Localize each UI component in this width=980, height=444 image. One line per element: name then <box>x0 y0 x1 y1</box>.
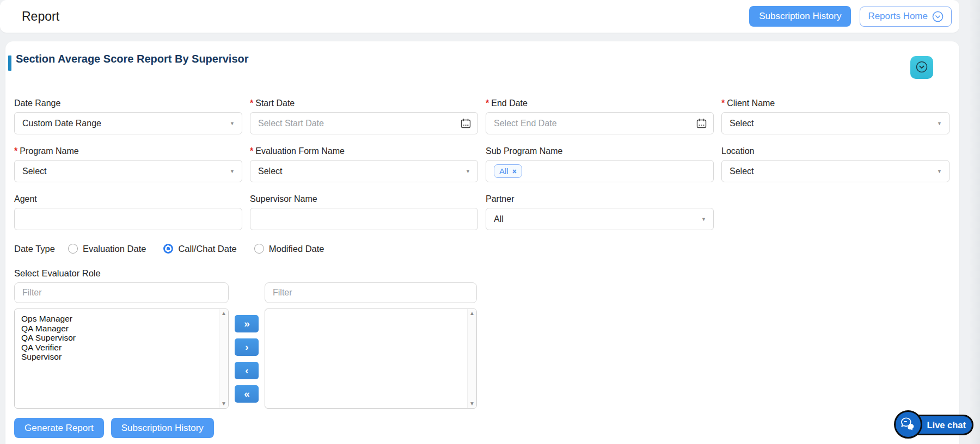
collapse-section-button[interactable] <box>910 56 933 79</box>
form-row-3: Agent Supervisor Name Partner All ▼ <box>14 194 951 230</box>
required-mark: * <box>486 98 489 108</box>
date-range-select[interactable]: Custom Date Range ▼ <box>14 112 242 134</box>
move-right-button[interactable]: › <box>235 338 259 356</box>
field-client-name: * Client Name Select ▼ <box>721 98 950 134</box>
field-end-date: * End Date <box>486 98 714 134</box>
sub-program-name-label: Sub Program Name <box>486 146 562 156</box>
caret-down-icon: ▼ <box>937 121 942 126</box>
required-mark: * <box>250 98 253 108</box>
caret-down-icon: ▼ <box>230 169 235 174</box>
required-mark: * <box>250 146 253 156</box>
scrollbar[interactable]: ▲ ▼ <box>219 309 228 408</box>
subscription-history-button[interactable]: Subscription History <box>749 6 851 27</box>
agent-field <box>14 208 242 230</box>
remove-tag-icon[interactable]: × <box>512 167 517 176</box>
move-all-right-button[interactable]: » <box>235 315 259 332</box>
agent-input[interactable] <box>22 214 234 224</box>
end-date-field <box>486 112 714 134</box>
selected-filter-input[interactable] <box>273 288 469 298</box>
evaluator-role-label: Select Evaluator Role <box>14 268 951 279</box>
header-bar: Report Subscription History Reports Home <box>0 0 959 33</box>
caret-down-icon: ▼ <box>465 169 470 174</box>
form-row-2: * Program Name Select ▼ * Evaluation For… <box>14 146 951 182</box>
location-select[interactable]: Select ▼ <box>721 160 950 182</box>
partner-value: All <box>494 214 504 224</box>
field-date-range: Date Range Custom Date Range ▼ <box>14 98 242 134</box>
subscription-history-button-bottom[interactable]: Subscription History <box>111 418 214 438</box>
end-date-label: End Date <box>491 98 528 108</box>
field-sub-program-name: Sub Program Name All × <box>486 146 714 182</box>
evaluation-form-name-select[interactable]: Select ▼ <box>250 160 478 182</box>
required-mark: * <box>721 98 725 108</box>
radio-modified-date[interactable]: Modified Date <box>254 244 324 254</box>
list-item[interactable]: QA Supervisor <box>21 333 219 343</box>
location-value: Select <box>730 166 754 176</box>
page-right-gutter <box>970 0 980 444</box>
caret-down-icon: ▼ <box>701 217 706 222</box>
radio-icon <box>68 244 78 254</box>
selected-filter-field <box>265 282 477 303</box>
start-date-input[interactable] <box>258 119 470 128</box>
scroll-up-icon[interactable]: ▲ <box>469 311 475 316</box>
client-name-select[interactable]: Select ▼ <box>721 112 950 134</box>
program-name-select[interactable]: Select ▼ <box>14 160 242 182</box>
scroll-up-icon[interactable]: ▲ <box>221 311 226 316</box>
calendar-icon[interactable] <box>696 118 707 129</box>
evaluator-filters <box>14 282 951 303</box>
filter-form: Date Range Custom Date Range ▼ * Start D… <box>14 98 951 438</box>
radio-call-chat-date[interactable]: Call/Chat Date <box>163 244 236 254</box>
list-item[interactable]: QA Manager <box>21 324 219 334</box>
radio-label: Call/Chat Date <box>178 244 236 254</box>
scroll-down-icon[interactable]: ▼ <box>221 401 226 406</box>
partner-select[interactable]: All ▼ <box>486 208 714 230</box>
available-roles-list: Ops Manager QA Manager QA Supervisor QA … <box>15 309 219 408</box>
calendar-icon[interactable] <box>460 118 471 129</box>
field-location: Location Select ▼ <box>721 146 950 182</box>
available-filter-input[interactable] <box>22 288 220 298</box>
field-start-date: * Start Date <box>250 98 478 134</box>
chevron-down-circle-icon <box>915 60 929 76</box>
move-left-button[interactable]: ‹ <box>235 362 259 379</box>
supervisor-name-label: Supervisor Name <box>250 194 317 204</box>
reports-home-button[interactable]: Reports Home <box>860 7 952 27</box>
radio-evaluation-date[interactable]: Evaluation Date <box>68 244 146 254</box>
scrollbar[interactable]: ▲ ▼ <box>467 309 476 408</box>
start-date-field <box>250 112 478 134</box>
agent-label: Agent <box>14 194 37 204</box>
list-item[interactable]: QA Verifier <box>21 343 219 353</box>
end-date-input[interactable] <box>494 119 706 128</box>
generate-report-button[interactable]: Generate Report <box>14 418 104 438</box>
list-item[interactable]: Supervisor <box>21 352 219 362</box>
transfer-buttons: » › ‹ « <box>229 309 265 409</box>
chevron-down-circle-icon <box>932 11 944 22</box>
program-name-value: Select <box>22 166 46 176</box>
tag-label: All <box>499 166 509 176</box>
date-type-group: Date Type Evaluation Date Call/Chat Date… <box>14 243 951 255</box>
list-item[interactable]: Ops Manager <box>21 314 219 324</box>
move-all-left-button[interactable]: « <box>235 385 259 403</box>
supervisor-name-input[interactable] <box>258 214 470 224</box>
sub-program-name-multiselect[interactable]: All × <box>486 160 714 182</box>
selected-tag: All × <box>494 164 522 178</box>
chat-bubble-icon[interactable] <box>894 410 922 439</box>
selected-roles-listbox: ▲ ▼ <box>265 309 477 409</box>
live-chat-widget[interactable]: Live chat <box>894 410 973 439</box>
page-title: Report <box>22 9 59 24</box>
form-actions: Generate Report Subscription History <box>14 418 951 438</box>
start-date-label: Start Date <box>255 98 295 108</box>
live-chat-label: Live chat <box>927 420 966 430</box>
supervisor-name-field <box>250 208 478 230</box>
scroll-down-icon[interactable]: ▼ <box>469 401 475 406</box>
caret-down-icon: ▼ <box>230 121 235 126</box>
client-name-label: Client Name <box>727 98 775 108</box>
field-partner: Partner All ▼ <box>486 194 714 230</box>
selected-roles-list <box>265 309 467 408</box>
field-supervisor-name: Supervisor Name <box>250 194 478 230</box>
radio-icon <box>163 244 173 254</box>
field-agent: Agent <box>14 194 242 230</box>
radio-label: Evaluation Date <box>83 244 146 254</box>
evaluation-form-name-value: Select <box>258 166 282 176</box>
required-mark: * <box>14 146 17 156</box>
available-filter-field <box>14 282 229 303</box>
date-range-label: Date Range <box>14 98 60 108</box>
